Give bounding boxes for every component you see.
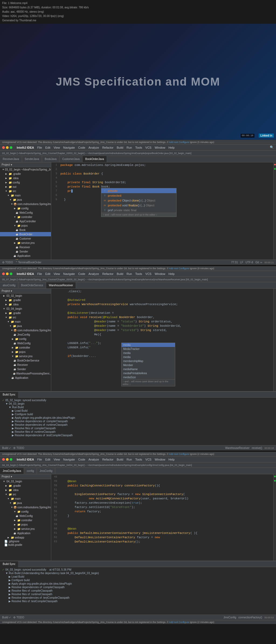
tree-item[interactable]: ☕ WarehouseProcessingServi... — [0, 371, 51, 376]
terminal-button[interactable]: ⌃ Terminal — [15, 261, 28, 264]
menu-navigate[interactable]: Navigate — [63, 146, 75, 149]
tab-bookorderservice[interactable]: BookOrderService — [18, 282, 46, 289]
autocomplete-item-2[interactable]: mediaPrintableArea — [122, 371, 175, 375]
tab-alsconfig[interactable]: alsoConfig — [0, 282, 18, 289]
menu-file-2[interactable]: File — [37, 272, 42, 275]
autocomplete-item-2[interactable]: media — [122, 343, 175, 347]
tree-item[interactable]: ☕ JmsConfig — [0, 332, 51, 337]
tree-item[interactable]: ▼ 📁 service.jms — [0, 354, 51, 358]
build-sync-tab[interactable]: Build Sync — [0, 392, 18, 398]
autocomplete-item-2[interactable]: MediaTracker — [122, 347, 175, 351]
menu-vcs[interactable]: VCS — [145, 146, 151, 149]
autocomplete-item[interactable]: f prsf private static final — [101, 208, 176, 213]
menu-code[interactable]: Code — [78, 146, 85, 149]
tab-customer-java[interactable]: CustomerJava — [60, 156, 82, 162]
maximize-button[interactable] — [10, 146, 12, 149]
menu-edit-2[interactable]: Edit — [45, 272, 50, 275]
menu-view-3[interactable]: View — [54, 458, 60, 461]
tree-item[interactable]: ▶ 📁 pojos — [0, 522, 51, 527]
tree-item[interactable]: ☕ AppController — [0, 219, 51, 223]
tab-receiver-java[interactable]: ReceiverJava — [0, 156, 22, 162]
tree-item[interactable]: ▼ 📁 java — [0, 324, 51, 328]
tree-item[interactable]: ▶ 📁 .idea — [0, 302, 51, 306]
tree-item[interactable]: ▼ 📁 src — [0, 492, 51, 496]
tree-item[interactable]: ▼ 📁 controller — [0, 215, 51, 219]
menu-run-3[interactable]: Run — [126, 458, 132, 461]
autocomplete-item-2[interactable]: mediaSize — [122, 375, 175, 379]
close-button[interactable] — [2, 146, 5, 149]
autocomplete-item[interactable]: f protected — [101, 193, 176, 198]
configure-link-3[interactable]: Configure — [179, 453, 189, 455]
tree-item[interactable]: ☕ WebConfig — [0, 341, 51, 345]
tab-bookorder-java[interactable]: BookOrderJava — [82, 156, 107, 162]
menu-refactor-3[interactable]: Refactor — [102, 458, 113, 461]
autocomplete-item-2[interactable]: Member — [122, 363, 175, 367]
tree-item[interactable]: ▼ 📁 main — [0, 319, 51, 324]
configure-link-bottom[interactable]: Configure — [179, 621, 189, 623]
add-root-link-2[interactable]: Add root — [169, 267, 178, 270]
code-editor-1[interactable]: 1 package com.mdrsolutions.SpringJmsExam… — [51, 162, 273, 260]
tab-jmsconfig-java[interactable]: JmsConfigJava — [0, 468, 24, 474]
close-button-3[interactable] — [2, 458, 5, 461]
tree-item[interactable]: ☕ WebConfig — [0, 514, 51, 518]
menu-window[interactable]: Window — [155, 146, 165, 149]
menu-window-2[interactable]: Window — [155, 272, 165, 275]
tree-item[interactable]: ☕ Application — [0, 254, 51, 258]
menu-navigate-3[interactable]: Navigate — [63, 458, 75, 461]
tab-book-java[interactable]: BookJava — [42, 156, 60, 162]
tree-item[interactable]: ▶ 📁 .idea — [0, 176, 51, 180]
autocomplete-item-2[interactable]: media — [122, 351, 175, 355]
menu-build[interactable]: Build — [117, 146, 123, 149]
tree-item-selected[interactable]: ☕ BookOrder — [0, 232, 51, 236]
tree-item[interactable]: ▼ 📁 config — [0, 509, 51, 514]
menu-tools-2[interactable]: Tools — [135, 272, 142, 275]
configure-link-2[interactable]: Configure — [179, 267, 189, 270]
menu-file[interactable]: File — [37, 146, 42, 149]
add-root-link[interactable]: Add root — [169, 141, 178, 144]
menu-code-3[interactable]: Code — [78, 458, 85, 461]
configure-link[interactable]: Configure — [179, 141, 189, 144]
tree-item[interactable]: ▶ 📁 service.jms — [0, 527, 51, 531]
build-status-button[interactable]: Build ✓ — [2, 447, 11, 449]
tree-item[interactable]: ▶ 📁 webapp — [0, 535, 51, 540]
autocomplete-item-2[interactable]: mediaName — [122, 367, 175, 371]
tree-item[interactable]: ▶ 03_02_begin — [0, 294, 51, 298]
tree-item[interactable]: ▶ 📁 controller — [0, 518, 51, 522]
tree-item[interactable]: ▶ 📁 config — [0, 180, 51, 185]
autocomplete-item[interactable]: m protected Object clone() {...} Object — [101, 198, 176, 203]
tab-config-3[interactable]: config — [24, 468, 37, 474]
menu-help[interactable]: Help — [168, 146, 175, 149]
minimize-button[interactable] — [6, 146, 9, 149]
add-root-link-bottom[interactable]: Add root — [169, 621, 178, 623]
menu-help-3[interactable]: Help — [168, 458, 175, 461]
tree-item[interactable]: ▼ 📁 src — [0, 315, 51, 319]
tree-item[interactable]: ▼ 📦 com.mdrsolutions.SpringJmsE — [0, 202, 51, 206]
tree-item[interactable]: ▶ 📁 .gradle — [0, 311, 51, 315]
tree-item[interactable]: ▼ 📁 pojos — [0, 223, 51, 228]
menu-help-2[interactable]: Help — [168, 272, 175, 275]
tree-item[interactable]: ☕ WebConfig — [0, 210, 51, 215]
tree-item[interactable]: ▼ 📁 main — [0, 496, 51, 501]
code-editor-2[interactable]: .class); @Autowired private WarehousePro… — [51, 289, 273, 391]
tree-item[interactable]: ▶ 📁 out — [0, 185, 51, 189]
build-status-button-3[interactable]: Build ✓ — [2, 616, 11, 619]
tree-item[interactable]: ▶ 📁 .gradle — [0, 483, 51, 488]
menu-view-2[interactable]: View — [54, 272, 60, 275]
tree-item[interactable]: ▶ 📁 pojos — [0, 350, 51, 354]
tree-item[interactable]: ▶ 📁 resources — [0, 258, 51, 260]
tree-item[interactable]: ▼ 📁 java — [0, 501, 51, 505]
tab-warehousereceiver[interactable]: WarehouseReceiver — [46, 282, 76, 289]
minimize-button-3[interactable] — [6, 458, 9, 461]
tree-item[interactable]: ▶ 📁 .gradle — [0, 172, 51, 176]
tree-item[interactable]: ☕ Receiver — [0, 245, 51, 249]
tree-item[interactable]: ▼ 📁 main — [0, 193, 51, 197]
tab-jmsconfig-3[interactable]: JmsConfig — [37, 468, 55, 474]
close-button-2[interactable] — [2, 272, 5, 275]
menu-tools-3[interactable]: Tools — [135, 458, 142, 461]
tree-item[interactable]: ☕ Application — [0, 376, 51, 380]
tree-item[interactable]: ☕ Customer — [0, 236, 51, 241]
menu-code-2[interactable]: Code — [78, 272, 85, 275]
add-root-link-3[interactable]: Add root — [169, 453, 178, 455]
menu-refactor-2[interactable]: Refactor — [102, 272, 113, 275]
maximize-button-2[interactable] — [10, 272, 12, 275]
